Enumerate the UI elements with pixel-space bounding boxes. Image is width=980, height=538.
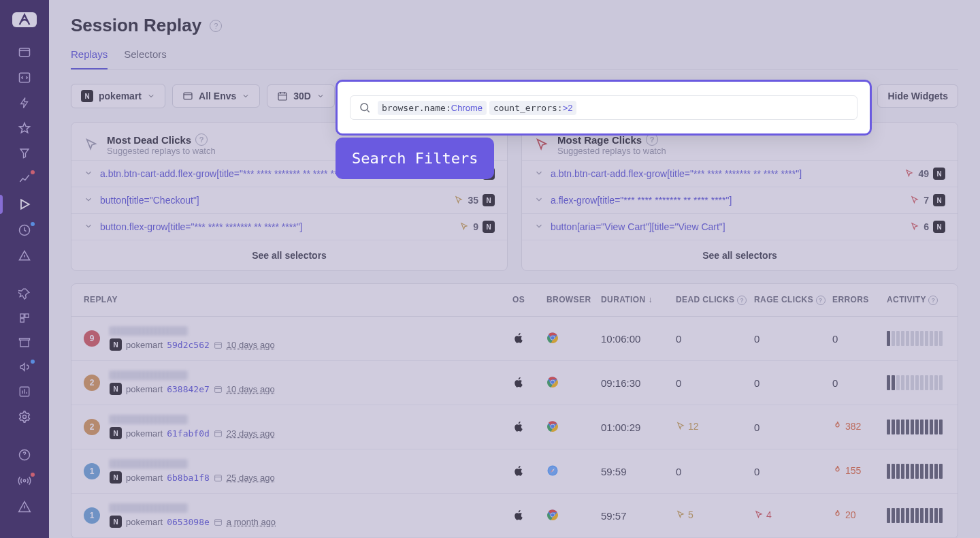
tab-replays[interactable]: Replays — [71, 42, 108, 69]
selector-text: a.btn.btn-cart-add.flex-grow[title="*** … — [551, 168, 898, 179]
replay-name-redacted — [110, 459, 188, 469]
table-row[interactable]: 1Npokemart6b8ba1f825 days ago59:5900 155 — [71, 449, 958, 494]
activity-cell — [887, 464, 945, 479]
sidebar-projects-icon[interactable] — [16, 45, 33, 59]
duration-cell: 59:59 — [601, 466, 676, 477]
tabs: Replays Selectors — [71, 42, 958, 70]
see-all-selectors-rage[interactable]: See all selectors — [522, 240, 958, 270]
sidebar-broadcast-icon[interactable] — [16, 474, 33, 488]
logo-icon[interactable] — [12, 12, 37, 27]
sidebar-lightning-icon[interactable] — [16, 97, 33, 109]
widget-dead-title: Most Dead Clicks — [107, 134, 191, 146]
hide-widgets-button[interactable]: Hide Widgets — [877, 84, 958, 108]
chevron-down-icon[interactable] — [534, 168, 544, 180]
replay-name-redacted — [110, 370, 188, 380]
table-row[interactable]: 2Npokemart61fabf0d23 days ago01:00:29 12… — [71, 405, 958, 449]
selector-count: 6 N — [910, 221, 945, 233]
th-activity[interactable]: ACTIVITY ? — [887, 295, 945, 305]
replay-name-redacted — [110, 415, 188, 424]
daterange-dropdown[interactable]: 30D — [267, 84, 335, 108]
sort-down-icon: ↓ — [648, 295, 652, 304]
th-replay[interactable]: REPLAY — [84, 295, 512, 305]
project-badge-icon: N — [110, 471, 122, 484]
replay-hash[interactable]: 6b8ba1f8 — [167, 473, 210, 483]
selector-row[interactable]: button.flex-grow[title="*** **** *******… — [71, 213, 507, 240]
rank-badge: 2 — [84, 419, 100, 435]
th-duration[interactable]: DURATION ↓ — [601, 295, 676, 305]
sidebar-settings-icon[interactable] — [16, 410, 33, 424]
replay-project: pokemart — [126, 473, 163, 483]
sidebar-replay-icon[interactable] — [16, 197, 33, 211]
selector-count: 49 N — [904, 168, 945, 180]
selector-text: a.flex-grow[title="*** **** ******* ** *… — [551, 195, 903, 206]
sidebar-clock-icon[interactable] — [16, 223, 33, 237]
sidebar-help-icon[interactable] — [16, 448, 33, 462]
sidebar-bars-icon[interactable] — [16, 385, 33, 398]
help-icon[interactable]: ? — [195, 133, 208, 146]
replay-hash[interactable]: 61fabf0d — [167, 428, 210, 439]
project-badge-icon: N — [110, 338, 122, 351]
see-all-selectors-dead[interactable]: See all selectors — [71, 240, 507, 270]
selector-row[interactable]: button[title="Checkout"] 35 N — [71, 187, 507, 213]
th-dead[interactable]: DEAD CLICKS ? — [676, 295, 754, 305]
sidebar-star-icon[interactable] — [16, 121, 33, 135]
chevron-down-icon[interactable] — [534, 195, 544, 206]
search-input[interactable]: browser.name:Chrome count_errors:>2 — [350, 95, 858, 120]
sidebar-archive-icon[interactable] — [16, 336, 33, 349]
dead-cell: 12 — [676, 421, 754, 433]
project-badge-icon: N — [933, 194, 945, 206]
sidebar-pin-icon[interactable] — [16, 287, 33, 300]
chevron-down-icon[interactable] — [534, 221, 544, 233]
sidebar-funnel-icon[interactable] — [16, 147, 33, 159]
activity-cell — [887, 420, 945, 434]
rank-badge: 9 — [84, 330, 100, 347]
sidebar-grid-icon[interactable] — [16, 312, 33, 324]
replay-project: pokemart — [126, 517, 163, 527]
sidebar-alert-icon[interactable] — [16, 249, 33, 263]
browser-cell — [546, 332, 601, 346]
selector-row[interactable]: a.flex-grow[title="*** **** ******* ** *… — [522, 187, 958, 213]
replay-meta: Npokemart0653098ea month ago — [110, 516, 276, 528]
selector-count: 35 N — [454, 194, 495, 206]
sidebar-warning-icon[interactable] — [16, 500, 33, 513]
chevron-down-icon[interactable] — [84, 195, 93, 206]
th-errors[interactable]: ERRORS — [832, 295, 887, 305]
th-rage[interactable]: RAGE CLICKS ? — [754, 295, 832, 305]
search-icon — [359, 101, 371, 114]
chevron-down-icon[interactable] — [84, 221, 93, 233]
sidebar-chart-icon[interactable] — [16, 172, 33, 185]
selector-count: 7 N — [910, 194, 945, 206]
sidebar-announce-icon[interactable] — [16, 361, 33, 373]
replay-hash[interactable]: 0653098e — [167, 517, 210, 527]
th-browser[interactable]: BROWSER — [546, 295, 601, 305]
chevron-down-icon — [316, 92, 325, 100]
activity-sparkline — [887, 464, 945, 479]
search-filter-chip[interactable]: count_errors:>2 — [489, 101, 577, 115]
table-row[interactable]: 1Npokemart0653098ea month ago59:57 5 4 2… — [71, 494, 958, 538]
selector-text: button.flex-grow[title="*** **** *******… — [100, 221, 453, 232]
project-badge-icon: N — [110, 383, 122, 395]
project-dropdown[interactable]: N pokemart — [71, 84, 165, 108]
replay-project: pokemart — [126, 340, 163, 350]
replay-hash[interactable]: 638842e7 — [167, 384, 210, 394]
sidebar-code-icon[interactable] — [16, 71, 33, 84]
project-badge-icon: N — [81, 90, 93, 102]
activity-sparkline — [887, 508, 945, 523]
table-row[interactable]: 9Npokemart59d2c56210 days ago10:06:00000 — [71, 317, 958, 361]
svg-point-20 — [551, 380, 554, 383]
chevron-down-icon[interactable] — [84, 168, 93, 180]
search-filter-chip[interactable]: browser.name:Chrome — [378, 101, 487, 115]
selector-row[interactable]: a.btn.btn-cart-add.flex-grow[title="*** … — [522, 160, 958, 187]
selector-row[interactable]: button[aria="View Cart"][title="View Car… — [522, 213, 958, 240]
calendar-icon — [214, 385, 223, 394]
th-os[interactable]: OS — [512, 295, 546, 305]
dead-cell: 0 — [676, 466, 754, 477]
activity-cell — [887, 331, 945, 346]
env-dropdown[interactable]: All Envs — [172, 84, 260, 108]
project-badge-icon: N — [483, 194, 495, 206]
browser-cell — [546, 376, 601, 390]
title-help-icon[interactable]: ? — [210, 20, 222, 32]
table-row[interactable]: 2Npokemart638842e710 days ago09:16:30000 — [71, 361, 958, 405]
tab-selectors[interactable]: Selectors — [124, 42, 167, 69]
replay-hash[interactable]: 59d2c562 — [167, 340, 210, 350]
